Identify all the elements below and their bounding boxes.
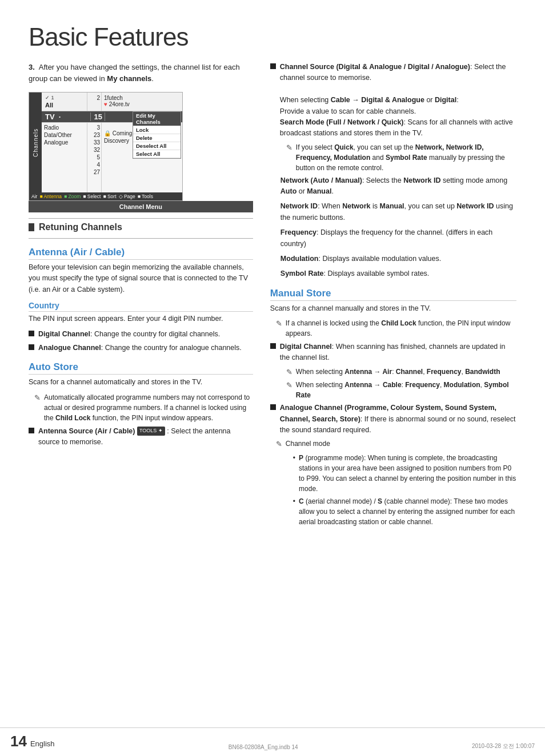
channel-mode-note: ✎ Channel mode [270,439,516,450]
tv-channel-nums: 3 23 33 32 5 4 27 [87,123,102,192]
tv-menu-delete: Delete [133,134,181,142]
retuning-header: Retuning Channels [29,222,253,232]
step-number: 3. [29,63,35,71]
country-bullet2-text: Analogue Channel: Change the country for… [38,343,253,353]
footer-file-right: 2010-03-28 오전 1:00:07 [472,742,535,750]
p-mode-bullet: • P (programme mode): When tuning is com… [270,453,516,494]
manual-store-heading: Manual Store [270,288,516,301]
bullet-icon [29,428,34,433]
note-icon-air: ✎ [286,367,292,378]
tv-num-col: 2 [87,93,102,111]
tv-mid-left: TV · [45,112,91,121]
right-column: Channel Source (Digital & Analogue / Dig… [270,62,516,529]
antenna-body: Before your television can begin memoriz… [29,262,253,295]
bullet-icon [29,344,34,350]
tv-menu-lock: Lock [133,126,181,134]
antenna-cable-sub: ✎ When selecting Antenna → Cable: Freque… [270,380,516,400]
page-title: Basic Features [29,23,516,51]
page-content: Basic Features 3. After you have changed… [0,0,545,564]
tv-channel-menu-box: Edit My Channels Lock Delete Deselect Al… [133,111,181,159]
note-icon-manual: ✎ [276,318,282,329]
channel-source-text: Channel Source (Digital & Analogue / Dig… [280,62,516,139]
note-icon: ✎ [34,392,41,404]
country-bullet1: Digital Channel: Change the country for … [29,329,253,340]
manual-analogue-bullet: Analogue Channel (Programme, Colour Syst… [270,403,516,436]
tools-badge: TOOLS ✦ [137,427,165,436]
two-column-layout: 3. After you have changed the settings, … [29,62,516,529]
auto-store-note1-text: Automatically allocated programme number… [44,392,253,423]
tv-channel-list: Radio Data/Other Analogue [42,123,87,192]
tv-channel-col: ✓ 1 All [42,93,87,111]
auto-store-heading: Auto Store [29,361,253,375]
tv-check: ✓ 1 [45,95,83,100]
tv-mid-num: 15 [91,112,105,121]
page-number: 14 [10,733,27,750]
tv-sidebar: Channels [29,93,42,192]
country-bullet1-text: Digital Channel: Change the country for … [38,329,253,340]
bullet-icon [270,404,276,410]
manual-digital-bullet: Digital Channel: When scanning has finis… [270,341,516,364]
auto-store-bullet1-text: Antenna Source (Air / Cable) TOOLS ✦ : S… [38,426,253,448]
note-icon-quick: ✎ [286,142,292,154]
bullet-icon [270,63,276,69]
tv-ui-inner: Channels ✓ 1 All 2 [29,93,182,192]
footer-file-left: BN68-02808A_Eng.indb 14 [229,744,298,750]
section-block-icon [29,223,34,231]
bullet-icon [270,343,276,349]
step3-text: 3. After you have changed the settings, … [29,62,253,84]
auto-store-note1: ✎ Automatically allocated programme numb… [29,392,253,423]
retuning-divider2 [29,238,253,239]
tv-sidebar-label: Channels [33,128,39,156]
cs-mode-bullet: • C (aerial channel mode) / S (cable cha… [270,496,516,527]
retuning-divider [29,218,253,219]
network-auto: Network (Auto / Manual): Selects the Net… [270,175,516,280]
channel-source-bullet: Channel Source (Digital & Analogue / Dig… [270,62,516,139]
left-column: 3. After you have changed the settings, … [29,62,253,529]
tv-menu-edit: Edit My Channels [133,112,181,126]
country-body: The PIN input screen appears. Enter your… [29,313,253,324]
retuning-title: Retuning Channels [39,222,122,232]
note-icon-mode: ✎ [276,439,282,450]
auto-store-body: Scans for a channel automatically and st… [29,377,253,388]
page-footer: 14 English BN68-02808A_Eng.indb 14 2010-… [0,727,545,756]
country-heading: Country [29,301,253,312]
tv-ui-mockup: Channels ✓ 1 All 2 [29,92,183,201]
tv-main-area: ✓ 1 All 2 1futech ♥ 24ore.tv [42,93,182,192]
footer-language: English [30,739,55,748]
country-bullet2: Analogue Channel: Change the country for… [29,343,253,353]
tv-name-col: 1futech ♥ 24ore.tv [102,93,182,111]
tv-all: All [45,102,83,108]
my-channels-bold: My channels [107,74,151,83]
footer-left: 14 English [10,733,55,750]
auto-store-bullet1: Antenna Source (Air / Cable) TOOLS ✦ : S… [29,426,253,448]
tv-mid-row: TV · 15 Edit My Channels Lock Delete Des… [42,111,182,123]
antenna-heading: Antenna (Air / Cable) [29,247,253,260]
manual-store-note1: ✎ If a channel is locked using the Child… [270,318,516,339]
antenna-air-sub: ✎ When selecting Antenna → Air: Channel,… [270,367,516,378]
tv-menu-deselect: Deselect All [133,142,181,150]
tv-menu-select-all: Select All [133,150,181,158]
note-icon-cable: ✎ [286,380,292,391]
channel-source-quick-note: ✎ If you select Quick, you can set up th… [270,142,516,173]
manual-store-body: Scans for a channel manually and stores … [270,303,516,314]
tv-bottom-bar: Air ■ Antenna ■ Zoom ■ Select ■ Sort ◇ P… [29,192,182,200]
channel-menu-bar: Channel Menu [29,201,253,212]
tv-top-row: ✓ 1 All 2 1futech ♥ 24ore.tv [42,93,182,111]
bullet-icon [29,331,34,336]
